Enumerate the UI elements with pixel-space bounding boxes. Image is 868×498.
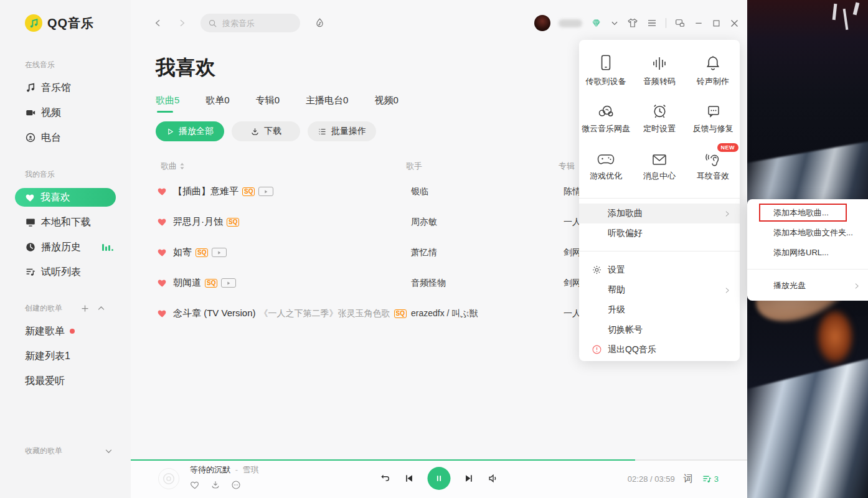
mv-badge[interactable] (212, 248, 227, 257)
menu-item-listening-preference[interactable]: 听歌偏好 (579, 223, 740, 243)
menu-item-add-songs[interactable]: 添加歌曲 (579, 204, 740, 223)
song-title[interactable]: 念斗章 (TV Version) (173, 308, 256, 319)
collapse-icon[interactable] (97, 304, 106, 313)
menu-grid-weiyun-cloud[interactable]: 微云音乐网盘 (579, 98, 633, 146)
playlist-item-new-playlist[interactable]: 新建歌单 (0, 319, 131, 344)
batch-list-icon (318, 127, 327, 136)
menu-item-help[interactable]: 帮助 (579, 280, 740, 300)
equalizer-bars-icon (651, 51, 668, 72)
menu-item-settings[interactable]: 设置 (579, 260, 740, 280)
current-song-artist[interactable]: 雪琪 (243, 465, 259, 474)
sidebar-item-my-favorites[interactable]: 我喜欢 (0, 185, 131, 210)
add-playlist-icon[interactable] (80, 304, 90, 313)
phone-icon (598, 51, 614, 72)
song-artist[interactable]: 周亦敏 (411, 217, 564, 228)
favorite-heart-icon[interactable] (157, 278, 167, 288)
mini-player-icon[interactable] (674, 17, 686, 29)
song-artist[interactable]: 萧忆情 (411, 247, 564, 258)
song-title[interactable]: 如寄 (173, 247, 192, 258)
favorite-heart-icon[interactable] (157, 217, 167, 227)
sidebar-item-radio[interactable]: 电台 (0, 125, 131, 150)
like-heart-icon[interactable] (190, 480, 200, 490)
sidebar-item-play-history[interactable]: 播放历史 (0, 235, 131, 260)
play-queue-button[interactable]: 3 (702, 474, 719, 484)
menu-grid-audio-transcode[interactable]: 音频转码 (633, 51, 686, 98)
search-box[interactable] (200, 14, 300, 32)
favorite-heart-icon[interactable] (157, 186, 167, 197)
submenu-item-add-local-songs[interactable]: 添加本地歌曲... (747, 203, 868, 223)
menu-grid-timer-settings[interactable]: 定时设置 (633, 98, 686, 146)
user-avatar[interactable] (534, 15, 550, 31)
download-button[interactable]: 下载 (232, 121, 300, 141)
forward-icon[interactable] (177, 18, 187, 28)
sidebar-item-music-hall[interactable]: 音乐馆 (0, 75, 131, 100)
menu-item-switch-account[interactable]: 切换帐号 (579, 320, 740, 340)
tab-videos[interactable]: 视频0 (374, 95, 398, 113)
sort-icon[interactable] (179, 162, 185, 170)
sidebar-item-local-downloads[interactable]: 本地和下载 (0, 210, 131, 235)
section-collected-playlists[interactable]: 收藏的歌单 (25, 446, 113, 456)
download-song-icon[interactable] (210, 480, 220, 490)
song-title[interactable]: 【插曲】意难平 (173, 186, 238, 197)
tab-albums[interactable]: 专辑0 (256, 95, 280, 113)
play-all-button[interactable]: 播放全部 (156, 121, 224, 141)
theme-shirt-icon[interactable] (627, 17, 638, 29)
current-song-title[interactable]: 等待的沉默 (190, 465, 230, 474)
search-input[interactable] (221, 18, 290, 29)
tab-playlists[interactable]: 歌单0 (205, 95, 229, 113)
song-title[interactable]: 朝闻道 (173, 277, 201, 289)
menu-grid-label: 音频转码 (643, 76, 676, 87)
menu-grid-feedback-repair[interactable]: 反馈与修复 (686, 98, 740, 146)
album-disc-icon[interactable] (158, 468, 179, 489)
repeat-mode-icon[interactable] (379, 472, 391, 484)
sidebar-item-label: 我喜欢 (40, 191, 70, 204)
playlist-item-new-list-1[interactable]: 新建列表1 (0, 344, 131, 369)
volume-icon[interactable] (488, 472, 499, 484)
song-artist[interactable]: erazedfx / 叫ぶ獣 (411, 308, 564, 319)
previous-track-icon[interactable] (404, 473, 415, 484)
sq-quality-badge: SQ (394, 309, 407, 318)
vip-diamond-icon[interactable] (590, 17, 602, 29)
music-note-icon (25, 82, 36, 93)
submenu-item-play-disc[interactable]: 播放光盘 (747, 276, 868, 296)
sidebar-item-listen-list[interactable]: 试听列表 (0, 260, 131, 284)
favorite-heart-icon[interactable] (157, 308, 167, 319)
column-artist: 歌手 (406, 161, 559, 172)
favorite-heart-icon[interactable] (157, 247, 167, 258)
lyrics-toggle[interactable]: 词 (684, 473, 693, 485)
search-icon (208, 19, 217, 28)
tab-songs[interactable]: 歌曲5 (156, 95, 179, 113)
maximize-icon[interactable] (712, 19, 721, 28)
playlist-item-my-favorite-listen[interactable]: 我最爱听 (0, 369, 131, 393)
top-navigation (153, 14, 326, 32)
music-recognition-icon[interactable] (314, 17, 326, 29)
submenu-item-add-local-folder[interactable]: 添加本地歌曲文件夹... (747, 223, 868, 243)
mv-badge[interactable] (221, 278, 236, 288)
batch-operation-button[interactable]: 批量操作 (308, 121, 376, 141)
next-track-icon[interactable] (464, 473, 474, 484)
tab-podcasts[interactable]: 主播电台0 (306, 95, 348, 113)
song-title[interactable]: 羿思月·月蚀 (173, 216, 223, 228)
more-options-icon[interactable] (231, 480, 241, 490)
menu-grid-game-optimization[interactable]: 游戏优化 (579, 146, 633, 193)
pause-button[interactable] (428, 467, 451, 490)
artwork-brush-stroke (833, 4, 837, 20)
back-icon[interactable] (153, 18, 163, 28)
chevron-down-icon[interactable] (104, 446, 113, 456)
mv-badge[interactable] (258, 187, 273, 196)
chevron-down-icon[interactable] (610, 19, 619, 27)
minimize-icon[interactable] (694, 18, 704, 28)
close-icon[interactable] (729, 18, 740, 29)
menu-item-upgrade[interactable]: 升级 (579, 300, 740, 320)
song-artist[interactable]: 音频怪物 (411, 278, 564, 289)
song-artist[interactable]: 银临 (411, 186, 564, 197)
submenu-item-add-network-url[interactable]: 添加网络URL... (747, 243, 868, 263)
menu-grid-transfer-to-device[interactable]: 传歌到设备 (579, 51, 633, 98)
menu-grid-ringtone-maker[interactable]: 铃声制作 (686, 51, 740, 98)
sidebar-item-video[interactable]: 视频 (0, 100, 131, 125)
menu-grid-ear-print-effect[interactable]: NEW 耳纹音效 (686, 146, 740, 193)
main-menu-icon[interactable] (646, 17, 658, 29)
artwork-brush-stroke (853, 2, 860, 16)
menu-item-quit[interactable]: 退出QQ音乐 (579, 340, 740, 360)
menu-grid-message-center[interactable]: 消息中心 (633, 146, 686, 193)
